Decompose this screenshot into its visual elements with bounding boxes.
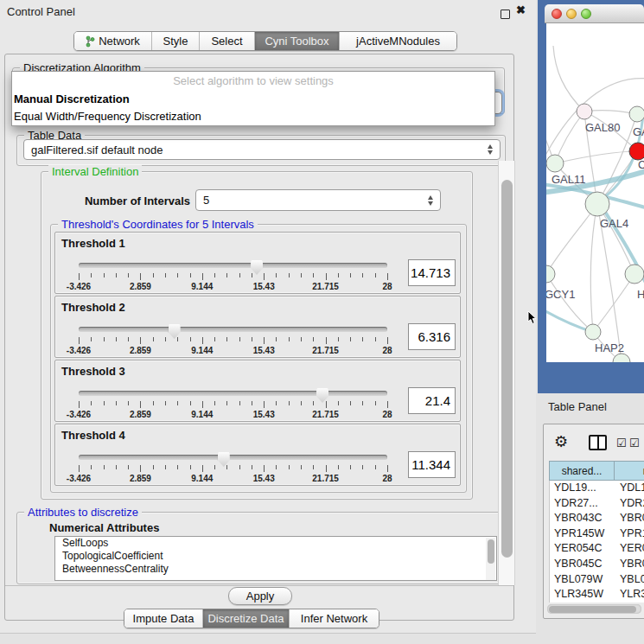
- slider-track[interactable]: [79, 263, 387, 268]
- table-cell[interactable]: YDL19...: [550, 481, 615, 496]
- network-node[interactable]: [629, 143, 644, 160]
- tab-network[interactable]: Network: [74, 32, 151, 50]
- apply-button[interactable]: Apply: [228, 587, 292, 605]
- table-cell[interactable]: YBR043C: [550, 511, 615, 526]
- tab-discretize-data[interactable]: Discretize Data: [202, 609, 289, 628]
- tick-mark: [350, 273, 351, 277]
- zoom-traffic-light-icon[interactable]: [581, 9, 591, 19]
- tick-label: 15.43: [253, 410, 275, 419]
- tab-impute-data[interactable]: Impute Data: [124, 609, 202, 628]
- tick-mark: [190, 273, 191, 277]
- threshold-value-input[interactable]: [408, 451, 456, 478]
- table-row[interactable]: YDR27...YDR2: [550, 496, 644, 512]
- tab-infer-network[interactable]: Infer Network: [289, 609, 379, 628]
- table-data-combobox[interactable]: galFiltered.sif default node: [23, 139, 501, 160]
- checkbox-icon[interactable]: ☑: [629, 437, 640, 450]
- tick-mark: [375, 273, 376, 277]
- tick-mark: [301, 273, 302, 277]
- tick-mark: [313, 273, 314, 277]
- slider-track[interactable]: [79, 455, 387, 460]
- table-cell[interactable]: YBR045C: [550, 557, 615, 572]
- list-scrollbar[interactable]: [486, 538, 495, 581]
- table-cell[interactable]: YER054C: [550, 541, 615, 557]
- dropdown-option-manual[interactable]: Manual Discretization: [12, 91, 494, 108]
- minimize-traffic-light-icon[interactable]: [566, 9, 577, 19]
- table-cell[interactable]: YBR0: [615, 511, 644, 526]
- slider-ticks: [79, 273, 387, 281]
- close-icon[interactable]: ✖: [516, 3, 526, 16]
- tab-cyni-toolbox[interactable]: Cyni Toolbox: [254, 32, 339, 50]
- threshold-value-input[interactable]: [408, 259, 456, 286]
- columns-icon-divider: [597, 437, 599, 449]
- table-cell[interactable]: YLR3: [615, 587, 644, 603]
- scrollbar-thumb[interactable]: [549, 606, 636, 613]
- table-cell[interactable]: YLR345W: [550, 587, 615, 603]
- table-row[interactable]: YER054CYER0: [550, 541, 644, 557]
- attribute-list-item[interactable]: TopologicalCoefficient: [55, 550, 496, 563]
- network-node[interactable]: [625, 265, 644, 284]
- table-cell[interactable]: YPR1: [615, 526, 644, 542]
- tick-mark: [226, 465, 227, 469]
- numerical-attributes-list[interactable]: SelfLoopsTopologicalCoefficientBetweenne…: [54, 536, 497, 581]
- tick-mark: [375, 465, 376, 469]
- network-window-titlebar[interactable]: [545, 4, 644, 23]
- number-of-intervals-combobox[interactable]: 5: [195, 189, 441, 211]
- table-row[interactable]: YBR045CYBR0: [550, 557, 644, 572]
- scrollbar-thumb[interactable]: [501, 180, 513, 558]
- table-row[interactable]: YBR043CYBR0: [550, 511, 644, 526]
- dropdown-option-equal-width[interactable]: Equal Width/Frequency Discretization: [12, 108, 494, 125]
- threshold-value-input[interactable]: [408, 323, 456, 350]
- table-row[interactable]: YPR145WYPR1: [550, 526, 644, 542]
- attribute-list-item[interactable]: SelfLoops: [55, 537, 496, 550]
- slider-track[interactable]: [79, 327, 387, 332]
- table-cell[interactable]: YDR2: [615, 496, 644, 512]
- tick-mark: [264, 337, 265, 344]
- table-cell[interactable]: YER0: [615, 541, 644, 557]
- network-node[interactable]: [629, 106, 644, 122]
- network-node[interactable]: [585, 192, 609, 216]
- network-canvas[interactable]: GAL80GAGAL11CGAL4GCY1HHAP2: [546, 23, 644, 362]
- tick-label: 28: [382, 410, 392, 419]
- panel-vertical-scrollbar[interactable]: [498, 161, 515, 585]
- tab-jactivemnodules[interactable]: jActiveMNodules: [339, 32, 456, 50]
- table-row[interactable]: YLR345WYLR3: [550, 587, 644, 603]
- tick-label: 15.43: [253, 474, 275, 483]
- tick-mark: [338, 465, 339, 469]
- tick-mark: [214, 273, 215, 277]
- table-cell[interactable]: YDL1: [615, 481, 644, 496]
- tick-mark: [165, 337, 166, 341]
- columns-icon[interactable]: [589, 435, 607, 450]
- table-cell[interactable]: YBL079W: [550, 572, 615, 588]
- tick-mark: [289, 273, 290, 277]
- slider-track[interactable]: [79, 391, 387, 396]
- table-cell[interactable]: YDR27...: [550, 496, 615, 512]
- table-cell[interactable]: YBR0: [615, 557, 644, 572]
- table-row[interactable]: YDL19...YDL1: [550, 481, 644, 496]
- column-header-name[interactable]: na: [615, 461, 644, 481]
- tab-select[interactable]: Select: [199, 32, 254, 50]
- network-node[interactable]: [546, 265, 555, 283]
- group-label: Attributes to discretize: [24, 506, 142, 519]
- column-header-shared-name[interactable]: shared...: [549, 461, 615, 481]
- tick-mark: [116, 337, 117, 341]
- network-edge: [555, 151, 638, 163]
- checkbox-icon[interactable]: ☑: [616, 437, 627, 450]
- network-node[interactable]: [546, 155, 564, 172]
- tab-style[interactable]: Style: [151, 32, 199, 50]
- threshold-label: Threshold 3: [61, 365, 125, 378]
- table-horizontal-scrollbar[interactable]: [547, 604, 641, 614]
- tick-mark: [116, 273, 117, 277]
- gear-icon[interactable]: ⚙: [554, 432, 568, 451]
- attribute-list-item[interactable]: BetweennessCentrality: [55, 563, 496, 576]
- close-traffic-light-icon[interactable]: [552, 9, 562, 19]
- network-node[interactable]: [577, 104, 592, 119]
- table-cell[interactable]: YPR145W: [550, 526, 615, 542]
- table-row[interactable]: YBL079WYBL0: [550, 572, 644, 588]
- scrollbar-thumb[interactable]: [488, 539, 494, 564]
- tick-mark: [326, 465, 327, 472]
- threshold-value-input[interactable]: [408, 387, 456, 414]
- table-cell[interactable]: YBL0: [615, 572, 644, 588]
- network-node[interactable]: [613, 354, 630, 362]
- float-window-icon[interactable]: [501, 10, 510, 19]
- network-node[interactable]: [585, 324, 601, 340]
